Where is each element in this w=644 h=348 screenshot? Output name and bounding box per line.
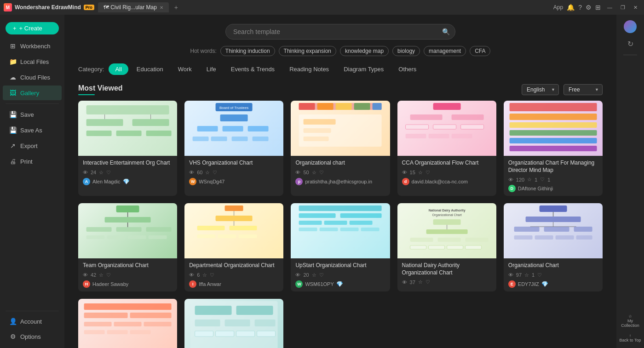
- svg-rect-115: [257, 331, 276, 337]
- minimize-button[interactable]: —: [604, 4, 615, 11]
- svg-rect-87: [525, 217, 581, 222]
- card-info: Departmental Organizational Chart 👁 6 ☆ …: [184, 258, 283, 291]
- back-to-top-button[interactable]: ↑ Back to Top: [618, 331, 643, 344]
- like-icon: ♡: [210, 272, 214, 278]
- sidebar-item-print[interactable]: 🖨 Print: [3, 154, 62, 169]
- like-count: 1: [547, 177, 550, 183]
- card-title: Organizational chart: [295, 160, 385, 167]
- cat-tab-all[interactable]: All: [109, 63, 128, 75]
- logo-icon: M: [4, 3, 12, 11]
- sidebar-item-cloud-files[interactable]: ☁ Cloud Files: [3, 70, 62, 85]
- search-input[interactable]: [225, 24, 455, 40]
- right-panel: ↻ ☆ My Collection ↑ Back to Top: [616, 15, 644, 348]
- search-button[interactable]: 🔍: [442, 28, 450, 35]
- card-team[interactable]: Team Organizational Chart 👁 42 ☆ ♡ H Had…: [78, 203, 177, 291]
- svg-rect-93: [514, 235, 532, 240]
- app-body: + + Create ⊞ Workbench 📁 Local Files ☁ C…: [0, 15, 644, 348]
- like-icon: ♡: [540, 177, 545, 183]
- svg-rect-79: [437, 238, 460, 242]
- card-director[interactable]: Organizational Chart For Managing Direct…: [504, 101, 603, 196]
- svg-rect-23: [373, 103, 382, 110]
- card-departmental[interactable]: Departmental Organizational Chart 👁 6 ☆ …: [184, 203, 283, 291]
- svg-rect-43: [116, 205, 139, 212]
- price-filter-wrap: Free Premium All: [564, 84, 603, 95]
- svg-rect-105: [130, 330, 151, 334]
- new-tab-button[interactable]: +: [174, 4, 178, 11]
- sidebar-item-gallery[interactable]: 🖼 Gallery: [3, 86, 62, 100]
- hotword-biology[interactable]: biology: [392, 46, 420, 56]
- cat-tab-events[interactable]: Events & Trends: [224, 63, 281, 75]
- card-upstart[interactable]: UpStart Organizational Chart 👁 20 ☆ ♡ W …: [291, 203, 390, 291]
- card-national-dairy[interactable]: National Dairy Authority Organizational …: [397, 203, 496, 291]
- hotword-thinking-expansion[interactable]: Thinking expansion: [279, 46, 336, 56]
- price-filter[interactable]: Free Premium All: [564, 84, 603, 95]
- card-vhs[interactable]: Board of Trustees VHS Organizational Cha…: [184, 101, 283, 196]
- cat-tab-work[interactable]: Work: [172, 63, 198, 75]
- author-name: Alen Magdic: [92, 179, 121, 184]
- sidebar-item-export[interactable]: ↗ Export: [3, 138, 62, 153]
- my-collection-button[interactable]: ☆ My Collection: [616, 312, 644, 330]
- card-interactive-entertainment[interactable]: Interactive Entertainment Org Chart 👁 24…: [78, 101, 177, 196]
- settings-icon[interactable]: ⚙: [586, 4, 592, 11]
- sidebar-item-workbench[interactable]: ⊞ Workbench: [3, 39, 62, 53]
- tab-close-icon[interactable]: ✕: [160, 5, 163, 10]
- svg-rect-22: [354, 103, 370, 110]
- notifications-icon[interactable]: 🔔: [567, 4, 575, 11]
- card-title: Organizational Chart: [508, 262, 598, 269]
- card-org-chart[interactable]: Organizational chart 👁 50 ☆ ♡ p pratisht…: [291, 101, 390, 196]
- card-org-chart-2[interactable]: Organizational Chart 👁 97 ☆ 1 ♡ E EDY7Ji…: [504, 203, 603, 291]
- close-button[interactable]: ✕: [631, 4, 640, 11]
- author-avatar: I: [189, 280, 196, 288]
- hotword-cfa[interactable]: CFA: [470, 46, 490, 56]
- user-avatar[interactable]: [624, 20, 637, 33]
- hotword-management[interactable]: management: [424, 46, 466, 56]
- hotword-knowledge-map[interactable]: knowledge map: [340, 46, 389, 56]
- language-filter[interactable]: English Chinese Spanish: [522, 84, 559, 95]
- hotword-thinking-induction[interactable]: Thinking induction: [220, 46, 275, 56]
- card-org-map[interactable]: Organizational map: [78, 299, 177, 348]
- card-thumbnail: [184, 299, 283, 348]
- card-meta: 👁 60 ☆ ♡: [189, 170, 279, 176]
- cat-tab-others[interactable]: Others: [392, 63, 423, 75]
- card-cca[interactable]: CCA Organizational Flow Chart 👁 15 ☆ ♡ d…: [397, 101, 496, 196]
- sidebar-item-local-files[interactable]: 📁 Local Files: [3, 54, 62, 69]
- cat-tab-education[interactable]: Education: [130, 63, 170, 75]
- sidebar-item-account[interactable]: 👤 Account: [3, 314, 62, 329]
- refresh-icon[interactable]: ↻: [625, 37, 636, 51]
- card-info: UpStart Organizational Chart 👁 20 ☆ ♡ W …: [291, 258, 390, 291]
- sidebar-item-save[interactable]: 💾 Save: [3, 107, 62, 122]
- cat-tab-life[interactable]: Life: [200, 63, 223, 75]
- card-title: Organizational Chart For Managing Direct…: [508, 160, 598, 174]
- views-icon: 👁: [83, 272, 88, 278]
- cat-tab-reading[interactable]: Reading Notes: [283, 63, 335, 75]
- svg-rect-112: [195, 331, 213, 337]
- svg-rect-45: [105, 217, 151, 222]
- tab-civil[interactable]: 🗺 Civil Rig...ular Map ✕: [98, 2, 169, 12]
- like-icon: ♡: [319, 170, 324, 176]
- section-filters: English Chinese Spanish Free Premium All: [522, 84, 603, 95]
- svg-rect-108: [236, 306, 273, 315]
- sidebar-item-save-as[interactable]: 💾 Save As: [3, 123, 62, 137]
- svg-rect-101: [114, 322, 142, 326]
- svg-rect-100: [84, 322, 112, 326]
- author-avatar: E: [508, 280, 516, 288]
- help-icon[interactable]: ?: [578, 4, 582, 11]
- svg-rect-34: [405, 134, 426, 138]
- maximize-button[interactable]: ❐: [618, 4, 628, 11]
- svg-rect-80: [465, 238, 488, 242]
- cat-tab-diagram[interactable]: Diagram Types: [337, 63, 390, 75]
- svg-rect-41: [509, 138, 597, 143]
- star-icon: ☆: [524, 272, 529, 278]
- app-label[interactable]: App: [553, 4, 563, 11]
- svg-rect-107: [195, 306, 232, 315]
- sidebar-item-options[interactable]: ⚙ Options: [3, 329, 62, 344]
- create-button[interactable]: + + Create: [6, 22, 59, 34]
- svg-rect-26: [304, 128, 331, 133]
- category-label: Category:: [78, 66, 104, 73]
- sidebar-item-label: Save As: [20, 127, 42, 134]
- card-org-chart-3[interactable]: Organization Chart: [184, 299, 283, 348]
- svg-rect-50: [86, 235, 105, 239]
- grid-icon[interactable]: ⊞: [595, 4, 601, 11]
- create-label: + Create: [19, 25, 42, 32]
- author-avatar: D: [508, 185, 516, 192]
